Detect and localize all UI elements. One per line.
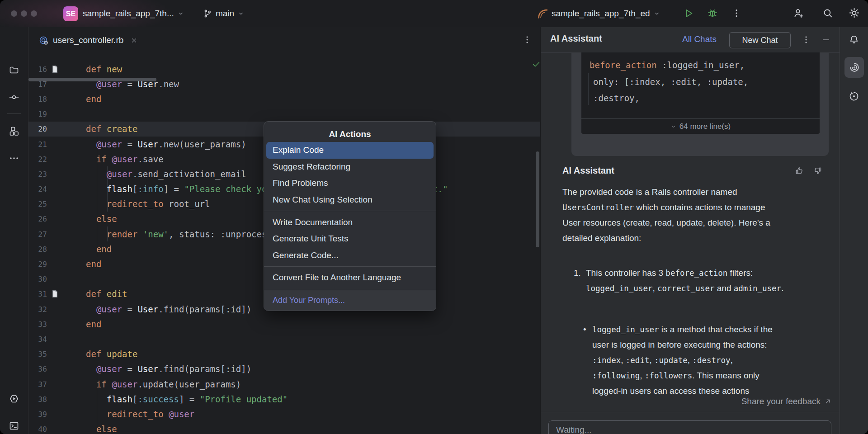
search-everywhere-button[interactable] [822,7,834,19]
more-actions-button[interactable] [731,8,742,19]
line-number[interactable]: 32 [28,305,47,313]
notifications-icon[interactable] [849,34,859,45]
inspections-passed-icon[interactable] [531,59,540,69]
ai-assistant-toolwindow-button[interactable] [844,57,864,78]
sidebar-item-more-horizontal-icon[interactable] [9,153,19,164]
line-number[interactable]: 19 [28,110,47,118]
menu-item-generate-unit-tests[interactable]: Generate Unit Tests [266,231,434,247]
prompt-input-box[interactable] [548,420,831,434]
code-with-me-button[interactable] [793,7,805,19]
message-block-bullet: •logged_in_user is a method that checks … [562,322,822,396]
ai-panel-title: AI Assistant [550,33,602,44]
prompt-input[interactable] [555,425,824,434]
menu-item-new-chat-using-selection[interactable]: New Chat Using Selection [266,192,434,208]
editor-line-40[interactable]: 40 else [28,422,540,434]
snippet-line: :destroy, [581,90,820,107]
editor-line-35[interactable]: 35def update [28,347,540,362]
sidebar-item-terminal-icon[interactable] [9,420,19,431]
editor-line-39[interactable]: 39 redirect_to @user [28,406,540,421]
clipboard-icon[interactable] [50,64,60,74]
window-close-button[interactable] [11,10,17,17]
line-number[interactable]: 25 [28,200,47,208]
share-feedback-link[interactable]: Share your feedback [541,396,831,406]
thumbs-up-button[interactable] [795,166,804,175]
editor-line-37[interactable]: 37 if @user.update(user_params) [28,377,540,392]
thumbs-down-button[interactable] [813,166,822,175]
line-number[interactable]: 35 [28,350,47,359]
line-number[interactable]: 26 [28,215,47,223]
code-text: redirect_to @user [86,409,194,419]
code-text: @user = User.new(user_params) [86,139,246,149]
commit-history-icon[interactable] [849,91,859,102]
project-badge[interactable]: SE [63,6,78,21]
editor-line-18[interactable]: 18end [28,91,540,106]
line-number[interactable]: 16 [28,65,47,73]
ai-assistant-icon [849,62,860,73]
branch-selector[interactable]: main [203,0,245,27]
line-number[interactable]: 22 [28,155,47,163]
code-text: end [86,94,101,104]
line-number[interactable]: 38 [28,395,47,403]
editor-line-16[interactable]: 16def new [28,61,540,76]
all-chats-link[interactable]: All Chats [682,34,717,44]
editor-scrollbar[interactable] [536,151,539,247]
assistant-message-heading: AI Assistant [562,165,614,176]
editor-line-19[interactable]: 19 [28,107,540,122]
close-icon[interactable] [130,37,138,44]
clipboard-icon[interactable] [50,289,60,299]
editor-line-38[interactable]: 38 flash[:success] = "Profile updated" [28,392,540,406]
line-number[interactable]: 20 [28,125,47,133]
menu-item-add-your-prompts[interactable]: Add Your Prompts... [264,290,436,311]
ai-assistant-panel: AI Assistant All Chats New Chat before_a… [540,27,840,434]
line-number[interactable]: 21 [28,140,47,148]
window-minimize-button[interactable] [21,10,27,17]
line-number[interactable]: 31 [28,290,47,298]
line-number[interactable]: 28 [28,245,47,253]
line-number[interactable]: 39 [28,410,47,418]
run-config-selector[interactable]: sample_rails_app_7th_ed [537,0,660,27]
line-number[interactable]: 18 [28,94,47,103]
chat-scroll-area[interactable]: before_action :logged_in_user,only: [:in… [541,52,840,396]
line-number[interactable]: 34 [28,335,47,343]
sidebar-item-folder-icon[interactable] [9,65,19,75]
line-number[interactable]: 33 [28,320,47,328]
menu-divider [264,211,436,211]
tab-scrollbar[interactable] [28,78,156,81]
editor-line-34[interactable]: 34 [28,331,540,346]
menu-item-generate-code[interactable]: Generate Code... [266,247,434,264]
sidebar-item-commit-icon[interactable] [9,92,19,103]
menu-item-convert-file-to-another-language[interactable]: Convert File to Another Language [266,269,434,286]
editor-tab-bar: users_controller.rb [28,27,540,53]
menu-item-suggest-refactoring[interactable]: Suggest Refactoring [266,159,434,175]
editor-line-36[interactable]: 36 @user = User.find(params[:id]) [28,362,540,377]
tab-users-controller[interactable]: users_controller.rb [35,32,142,49]
debug-button[interactable] [707,7,718,19]
branch-icon [203,9,212,19]
menu-item-find-problems[interactable]: Find Problems [266,175,434,192]
editor-line-33[interactable]: 33end [28,316,540,331]
line-number[interactable]: 40 [28,425,47,434]
line-number[interactable]: 29 [28,260,47,269]
menu-item-write-documentation[interactable]: Write Documentation [266,214,434,231]
code-text: if @user.save [86,154,164,164]
hide-panel-button[interactable] [821,35,831,45]
snippet-code: before_action :logged_in_user, [590,60,745,70]
line-number[interactable]: 24 [28,185,47,193]
editor-options-button[interactable] [522,35,532,45]
line-number[interactable]: 36 [28,365,47,373]
panel-options-button[interactable] [801,35,811,45]
line-number[interactable]: 37 [28,380,47,388]
sidebar-item-structure-icon[interactable] [9,126,19,137]
settings-button[interactable] [848,7,860,19]
project-selector[interactable]: sample_rails_app_7th... [83,0,184,27]
menu-item-explain-code[interactable]: Explain Code [266,142,434,159]
line-number[interactable]: 23 [28,170,47,178]
expand-more-lines-button[interactable]: 64 more line(s) [581,118,820,134]
line-number[interactable]: 30 [28,275,47,283]
new-chat-button[interactable]: New Chat [729,32,791,48]
window-zoom-button[interactable] [31,10,37,17]
run-button[interactable] [683,8,694,19]
sidebar-item-services-icon[interactable] [9,393,19,404]
code-text: if @user.update(user_params) [86,379,241,389]
line-number[interactable]: 27 [28,230,47,238]
